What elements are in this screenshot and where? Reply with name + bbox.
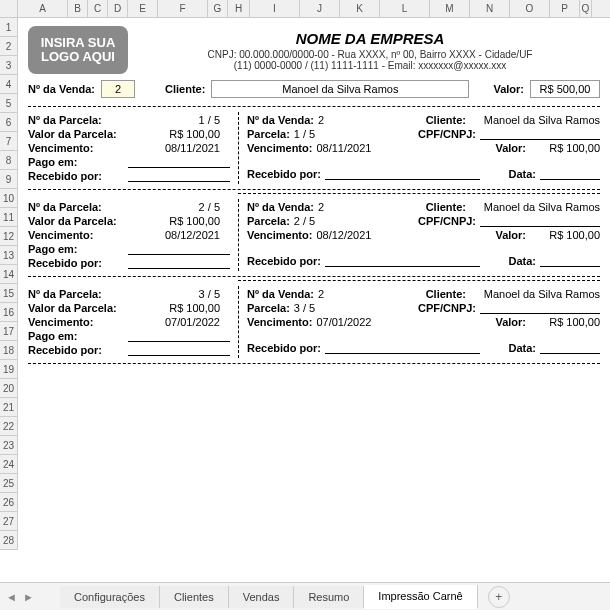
company-contact: (11) 0000-0000 / (11) 1111-1111 - Email:…	[140, 60, 600, 71]
divider	[28, 189, 600, 190]
row-header-6[interactable]: 6	[0, 113, 17, 132]
row-header-4[interactable]: 4	[0, 75, 17, 94]
row-header-26[interactable]: 26	[0, 493, 17, 512]
receipt: Nº da Venda:2Cliente:Manoel da Silva Ram…	[238, 112, 600, 184]
pago-em-field[interactable]	[128, 156, 230, 168]
stub: Nº da Parcela:2 / 5 Valor da Parcela:R$ …	[28, 199, 238, 271]
row-header-15[interactable]: 15	[0, 284, 17, 303]
logo-placeholder: INSIRA SUA LOGO AQUI	[28, 26, 128, 74]
recebido-por-field[interactable]	[128, 257, 230, 269]
select-all-corner[interactable]	[0, 0, 18, 18]
column-header-G[interactable]: G	[208, 0, 228, 17]
recebido-por-field[interactable]	[325, 342, 481, 354]
worksheet-area[interactable]: INSIRA SUA LOGO AQUI NOME DA EMPRESA CNP…	[18, 18, 610, 582]
row-headers: 1234567891011121314151617181920212223242…	[0, 18, 18, 550]
valor-label: Valor:	[493, 83, 524, 95]
row-header-23[interactable]: 23	[0, 436, 17, 455]
sale-number-label: Nº da Venda:	[28, 83, 95, 95]
sale-summary-row: Nº da Venda: 2 Cliente: Manoel da Silva …	[28, 80, 600, 98]
parcela-block: Nº da Parcela:3 / 5 Valor da Parcela:R$ …	[28, 284, 600, 360]
tab-clientes[interactable]: Clientes	[160, 586, 229, 608]
row-header-19[interactable]: 19	[0, 360, 17, 379]
data-field[interactable]	[540, 255, 600, 267]
row-header-1[interactable]: 1	[0, 18, 17, 37]
sale-number-input[interactable]: 2	[101, 80, 135, 98]
pago-em-field[interactable]	[128, 330, 230, 342]
row-header-28[interactable]: 28	[0, 531, 17, 550]
divider-short	[238, 280, 600, 281]
column-header-D[interactable]: D	[108, 0, 128, 17]
row-header-12[interactable]: 12	[0, 227, 17, 246]
parcela-block: Nº da Parcela:2 / 5 Valor da Parcela:R$ …	[28, 197, 600, 273]
column-header-N[interactable]: N	[470, 0, 510, 17]
data-field[interactable]	[540, 168, 600, 180]
client-label: Cliente:	[165, 83, 205, 95]
divider	[28, 363, 600, 364]
row-header-9[interactable]: 9	[0, 170, 17, 189]
tab-vendas[interactable]: Vendas	[229, 586, 295, 608]
prev-sheet-icon[interactable]: ◄	[6, 591, 17, 603]
next-sheet-icon[interactable]: ►	[23, 591, 34, 603]
column-header-A[interactable]: A	[18, 0, 68, 17]
client-input[interactable]: Manoel da Silva Ramos	[211, 80, 469, 98]
divider-short	[238, 193, 600, 194]
row-header-16[interactable]: 16	[0, 303, 17, 322]
column-headers: ABCDEFGHIJKLMNOPQ	[18, 0, 610, 18]
row-header-20[interactable]: 20	[0, 379, 17, 398]
add-sheet-button[interactable]: +	[488, 586, 510, 608]
row-header-10[interactable]: 10	[0, 189, 17, 208]
tab-nav-arrows[interactable]: ◄ ►	[6, 591, 34, 603]
recebido-por-field[interactable]	[128, 170, 230, 182]
column-header-L[interactable]: L	[380, 0, 430, 17]
column-header-M[interactable]: M	[430, 0, 470, 17]
company-address: CNPJ: 00.000.000/0000-00 - Rua XXXX, nº …	[140, 49, 600, 60]
row-header-17[interactable]: 17	[0, 322, 17, 341]
recebido-por-field[interactable]	[325, 168, 481, 180]
row-header-27[interactable]: 27	[0, 512, 17, 531]
row-header-3[interactable]: 3	[0, 56, 17, 75]
pago-em-field[interactable]	[128, 243, 230, 255]
stub: Nº da Parcela:3 / 5 Valor da Parcela:R$ …	[28, 286, 238, 358]
divider	[28, 106, 600, 107]
tab-resumo[interactable]: Resumo	[294, 586, 364, 608]
sheet-tabs: ◄ ► Configurações Clientes Vendas Resumo…	[0, 582, 610, 610]
column-header-O[interactable]: O	[510, 0, 550, 17]
cpf-field[interactable]	[480, 128, 600, 140]
cpf-field[interactable]	[480, 302, 600, 314]
column-header-B[interactable]: B	[68, 0, 88, 17]
column-header-K[interactable]: K	[340, 0, 380, 17]
divider	[28, 276, 600, 277]
receipt: Nº da Venda:2Cliente:Manoel da Silva Ram…	[238, 199, 600, 271]
row-header-13[interactable]: 13	[0, 246, 17, 265]
row-header-21[interactable]: 21	[0, 398, 17, 417]
tab-configuracoes[interactable]: Configurações	[60, 586, 160, 608]
column-header-F[interactable]: F	[158, 0, 208, 17]
stub: Nº da Parcela:1 / 5 Valor da Parcela:R$ …	[28, 112, 238, 184]
row-header-22[interactable]: 22	[0, 417, 17, 436]
column-header-E[interactable]: E	[128, 0, 158, 17]
column-header-H[interactable]: H	[228, 0, 250, 17]
data-field[interactable]	[540, 342, 600, 354]
column-header-C[interactable]: C	[88, 0, 108, 17]
row-header-14[interactable]: 14	[0, 265, 17, 284]
valor-input[interactable]: R$ 500,00	[530, 80, 600, 98]
receipt: Nº da Venda:2Cliente:Manoel da Silva Ram…	[238, 286, 600, 358]
row-header-7[interactable]: 7	[0, 132, 17, 151]
column-header-I[interactable]: I	[250, 0, 300, 17]
column-header-P[interactable]: P	[550, 0, 580, 17]
row-header-2[interactable]: 2	[0, 37, 17, 56]
parcela-block: Nº da Parcela:1 / 5 Valor da Parcela:R$ …	[28, 110, 600, 186]
tab-impressao-carne[interactable]: Impressão Carnê	[364, 585, 477, 609]
recebido-por-field[interactable]	[128, 344, 230, 356]
row-header-24[interactable]: 24	[0, 455, 17, 474]
row-header-8[interactable]: 8	[0, 151, 17, 170]
row-header-11[interactable]: 11	[0, 208, 17, 227]
company-name: NOME DA EMPRESA	[140, 30, 600, 47]
cpf-field[interactable]	[480, 215, 600, 227]
column-header-J[interactable]: J	[300, 0, 340, 17]
recebido-por-field[interactable]	[325, 255, 481, 267]
row-header-5[interactable]: 5	[0, 94, 17, 113]
row-header-18[interactable]: 18	[0, 341, 17, 360]
row-header-25[interactable]: 25	[0, 474, 17, 493]
column-header-Q[interactable]: Q	[580, 0, 592, 17]
